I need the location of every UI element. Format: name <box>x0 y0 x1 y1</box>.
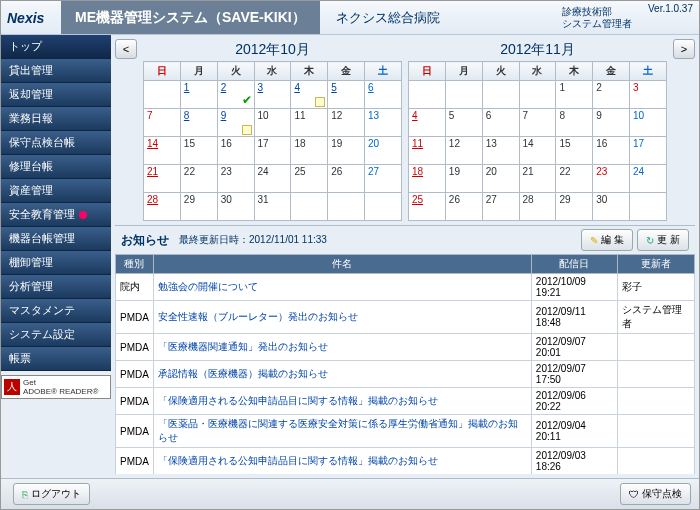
notice-row[interactable]: PMDA「保険適用される公知申請品目に関する情報」掲載のお知らせ2012/09/… <box>116 388 695 415</box>
calendar-cell[interactable]: 30 <box>217 193 254 221</box>
day-link[interactable]: 18 <box>412 166 423 177</box>
notice-row[interactable]: PMDA「医薬品・医療機器に関連する医療安全対策に係る厚生労働省通知」掲載のお知… <box>116 415 695 448</box>
calendar-cell[interactable]: 6 <box>365 81 402 109</box>
notice-row[interactable]: 院内勉強会の開催について2012/10/09 19:21彩子 <box>116 274 695 301</box>
calendar-cell[interactable]: 7 <box>519 109 556 137</box>
calendar-cell[interactable]: 9 <box>217 109 254 137</box>
next-month-button[interactable]: > <box>673 39 695 59</box>
calendar-cell[interactable]: 10 <box>630 109 667 137</box>
day-link[interactable]: 6 <box>368 82 374 93</box>
calendar-cell[interactable]: 24 <box>630 165 667 193</box>
calendar-cell[interactable]: 1 <box>180 81 217 109</box>
calendar-cell[interactable]: 5 <box>445 109 482 137</box>
refresh-button[interactable]: 更 新 <box>637 229 689 251</box>
calendar-cell[interactable]: 23 <box>593 165 630 193</box>
calendar-cell[interactable]: 9 <box>593 109 630 137</box>
prev-month-button[interactable]: < <box>115 39 137 59</box>
sidebar-item[interactable]: 業務日報 <box>1 107 111 131</box>
calendar-cell[interactable]: 31 <box>254 193 291 221</box>
notice-row[interactable]: PMDA「医療機器関連通知」発出のお知らせ2012/09/07 20:01 <box>116 334 695 361</box>
calendar-cell[interactable]: 26 <box>328 165 365 193</box>
calendar-cell[interactable]: 15 <box>556 137 593 165</box>
calendar-cell[interactable]: 10 <box>254 109 291 137</box>
calendar-cell[interactable]: 5 <box>328 81 365 109</box>
calendar-cell[interactable]: 2✔ <box>217 81 254 109</box>
calendar-cell[interactable]: 8 <box>556 109 593 137</box>
calendar-cell[interactable]: 19 <box>445 165 482 193</box>
calendar-cell[interactable]: 16 <box>593 137 630 165</box>
day-link[interactable]: 5 <box>331 82 337 93</box>
day-link[interactable]: 9 <box>221 110 227 121</box>
notice-row[interactable]: PMDA安全性速報（ブルーレター）発出のお知らせ2012/09/11 18:48… <box>116 301 695 334</box>
calendar-cell[interactable]: 28 <box>144 193 181 221</box>
calendar-cell[interactable]: 29 <box>556 193 593 221</box>
sidebar-item[interactable]: トップ <box>1 35 111 59</box>
calendar-cell[interactable]: 22 <box>556 165 593 193</box>
sidebar-item[interactable]: 分析管理 <box>1 275 111 299</box>
day-link[interactable]: 3 <box>258 82 264 93</box>
sidebar-item[interactable]: 資産管理 <box>1 179 111 203</box>
calendar-cell[interactable]: 18 <box>409 165 446 193</box>
day-link[interactable]: 28 <box>147 194 158 205</box>
sidebar-item[interactable]: 返却管理 <box>1 83 111 107</box>
day-link[interactable]: 11 <box>412 138 423 149</box>
calendar-cell[interactable]: 2 <box>593 81 630 109</box>
calendar-cell[interactable]: 13 <box>365 109 402 137</box>
calendar-cell[interactable]: 26 <box>445 193 482 221</box>
calendar-cell[interactable]: 15 <box>180 137 217 165</box>
calendar-cell[interactable]: 16 <box>217 137 254 165</box>
calendar-cell[interactable]: 25 <box>409 193 446 221</box>
day-link[interactable]: 2 <box>221 82 227 93</box>
adobe-reader-link[interactable]: 人 Get ADOBE® READER® <box>1 375 111 399</box>
sidebar-item[interactable]: 帳票 <box>1 347 111 371</box>
edit-button[interactable]: 編 集 <box>581 229 633 251</box>
calendar-cell[interactable]: 27 <box>365 165 402 193</box>
calendar-cell[interactable]: 14 <box>144 137 181 165</box>
logout-button[interactable]: ログアウト <box>13 483 90 505</box>
calendar-cell[interactable]: 21 <box>144 165 181 193</box>
calendar-cell[interactable]: 28 <box>519 193 556 221</box>
calendar-cell[interactable]: 27 <box>482 193 519 221</box>
notice-row[interactable]: PMDA承認情報（医療機器）掲載のお知らせ2012/09/07 17:50 <box>116 361 695 388</box>
calendar-cell[interactable]: 23 <box>217 165 254 193</box>
day-link[interactable]: 4 <box>294 82 300 93</box>
calendar-cell[interactable]: 3 <box>254 81 291 109</box>
day-link[interactable]: 14 <box>147 138 158 149</box>
notice-scroll[interactable]: 種別件名配信日更新者院内勉強会の開催について2012/10/09 19:21彩子… <box>115 254 695 474</box>
day-link[interactable]: 8 <box>184 110 190 121</box>
day-link[interactable]: 21 <box>147 166 158 177</box>
calendar-cell[interactable]: 17 <box>630 137 667 165</box>
calendar-cell[interactable]: 8 <box>180 109 217 137</box>
sidebar-item[interactable]: 安全教育管理 <box>1 203 111 227</box>
calendar-cell[interactable]: 30 <box>593 193 630 221</box>
calendar-cell[interactable]: 17 <box>254 137 291 165</box>
calendar-cell[interactable]: 19 <box>328 137 365 165</box>
sidebar-item[interactable]: 棚卸管理 <box>1 251 111 275</box>
calendar-cell[interactable]: 1 <box>556 81 593 109</box>
calendar-cell[interactable]: 12 <box>445 137 482 165</box>
maintenance-button[interactable]: 保守点検 <box>620 483 691 505</box>
calendar-cell[interactable]: 25 <box>291 165 328 193</box>
calendar-cell[interactable]: 11 <box>409 137 446 165</box>
calendar-cell[interactable]: 29 <box>180 193 217 221</box>
calendar-cell[interactable]: 24 <box>254 165 291 193</box>
day-link[interactable]: 4 <box>412 110 418 121</box>
sidebar-item[interactable]: 機器台帳管理 <box>1 227 111 251</box>
calendar-cell[interactable]: 11 <box>291 109 328 137</box>
sidebar-item[interactable]: システム設定 <box>1 323 111 347</box>
calendar-cell[interactable]: 13 <box>482 137 519 165</box>
day-link[interactable]: 25 <box>412 194 423 205</box>
calendar-cell[interactable]: 20 <box>482 165 519 193</box>
calendar-cell[interactable]: 21 <box>519 165 556 193</box>
calendar-cell[interactable]: 7 <box>144 109 181 137</box>
notice-row[interactable]: PMDA「保険適用される公知申請品目に関する情報」掲載のお知らせ2012/09/… <box>116 448 695 475</box>
day-link[interactable]: 1 <box>184 82 190 93</box>
calendar-cell[interactable]: 6 <box>482 109 519 137</box>
calendar-cell[interactable]: 14 <box>519 137 556 165</box>
calendar-cell[interactable]: 22 <box>180 165 217 193</box>
sidebar-item[interactable]: マスタメンテ <box>1 299 111 323</box>
calendar-cell[interactable]: 3 <box>630 81 667 109</box>
calendar-cell[interactable]: 12 <box>328 109 365 137</box>
calendar-cell[interactable]: 18 <box>291 137 328 165</box>
sidebar-item[interactable]: 貸出管理 <box>1 59 111 83</box>
